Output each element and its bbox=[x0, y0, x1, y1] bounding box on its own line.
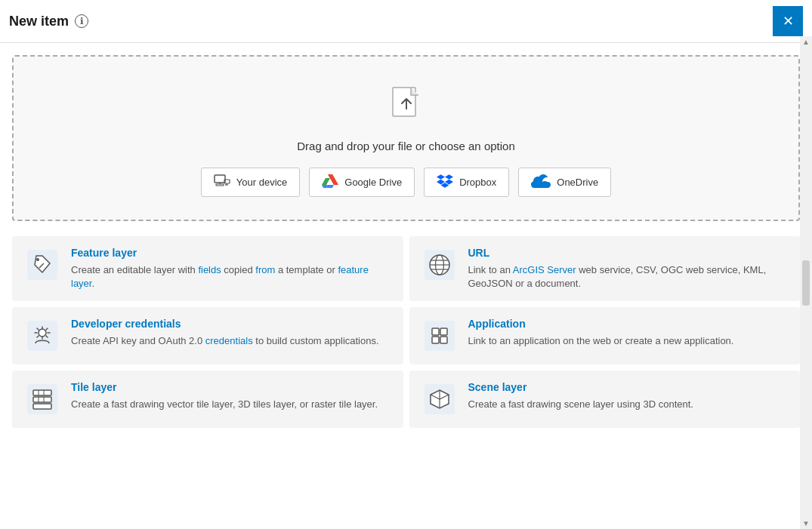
feature-layer-card[interactable]: Feature layer Create an editable layer w… bbox=[12, 236, 403, 301]
developer-credentials-desc: Create API key and OAuth 2.0 credentials… bbox=[71, 334, 391, 348]
upload-icon-wrap bbox=[385, 83, 428, 128]
application-card[interactable]: Application Link to an application on th… bbox=[409, 307, 801, 364]
tile-layer-desc: Create a fast drawing vector tile layer,… bbox=[71, 398, 391, 411]
google-drive-icon bbox=[322, 174, 338, 191]
tile-layer-content: Tile layer Create a fast drawing vector … bbox=[71, 381, 391, 411]
feature-layer-desc: Create an editable layer with fields cop… bbox=[71, 263, 391, 291]
svg-rect-3 bbox=[216, 184, 224, 186]
svg-rect-36 bbox=[33, 404, 51, 409]
svg-rect-2 bbox=[215, 175, 225, 183]
drop-zone[interactable]: Drag and drop your file or choose an opt… bbox=[12, 55, 800, 221]
items-grid: Feature layer Create an editable layer w… bbox=[12, 236, 800, 428]
svg-rect-31 bbox=[432, 337, 439, 343]
drop-text: Drag and drop your file or choose an opt… bbox=[297, 140, 515, 152]
source-buttons: Your device Google Drive bbox=[201, 168, 611, 197]
scroll-down-arrow[interactable]: ▼ bbox=[802, 519, 810, 527]
scene-layer-icon-wrap bbox=[421, 381, 458, 417]
tile-layer-icon bbox=[26, 383, 59, 416]
svg-marker-12 bbox=[328, 174, 338, 185]
url-card[interactable]: URL Link to an ArcGIS Server web service… bbox=[409, 236, 801, 301]
dialog-header: New item ℹ ✕ bbox=[0, 0, 812, 43]
url-content: URL Link to an ArcGIS Server web service… bbox=[468, 247, 789, 291]
onedrive-button[interactable]: OneDrive bbox=[518, 168, 611, 197]
svg-marker-9 bbox=[322, 178, 330, 185]
close-button[interactable]: ✕ bbox=[773, 6, 803, 36]
device-icon bbox=[214, 174, 230, 190]
scene-layer-desc: Create a fast drawing scene layer using … bbox=[468, 398, 789, 411]
scroll-up-arrow[interactable]: ▲ bbox=[802, 38, 810, 46]
url-icon-wrap bbox=[421, 247, 458, 283]
developer-credentials-icon bbox=[26, 319, 59, 352]
svg-point-19 bbox=[36, 258, 39, 261]
title-area: New item ℹ bbox=[9, 14, 88, 29]
developer-credentials-icon-wrap bbox=[24, 318, 60, 354]
google-drive-button[interactable]: Google Drive bbox=[309, 168, 415, 197]
svg-marker-13 bbox=[437, 174, 445, 180]
application-icon bbox=[423, 319, 456, 352]
feature-layer-icon bbox=[26, 248, 59, 281]
developer-credentials-card[interactable]: Developer credentials Create API key and… bbox=[12, 307, 403, 364]
dropbox-label: Dropbox bbox=[459, 177, 496, 188]
tile-layer-icon-wrap bbox=[24, 381, 60, 417]
scrollbar[interactable]: ▲ ▼ bbox=[800, 36, 812, 529]
google-drive-label: Google Drive bbox=[344, 177, 402, 188]
svg-rect-29 bbox=[432, 328, 439, 335]
dialog-body: Drag and drop your file or choose an opt… bbox=[0, 43, 812, 529]
scene-layer-content: Scene layer Create a fast drawing scene … bbox=[468, 381, 789, 411]
tile-layer-title: Tile layer bbox=[71, 381, 391, 393]
scene-layer-title: Scene layer bbox=[468, 381, 789, 393]
feature-layer-content: Feature layer Create an editable layer w… bbox=[71, 247, 391, 291]
url-icon bbox=[423, 248, 456, 281]
developer-credentials-content: Developer credentials Create API key and… bbox=[71, 318, 391, 348]
svg-rect-32 bbox=[440, 337, 447, 343]
onedrive-label: OneDrive bbox=[557, 177, 598, 188]
feature-layer-title: Feature layer bbox=[71, 247, 391, 259]
info-icon[interactable]: ℹ bbox=[75, 14, 88, 28]
scroll-thumb[interactable] bbox=[802, 260, 810, 306]
svg-rect-34 bbox=[33, 390, 51, 395]
application-title: Application bbox=[468, 318, 789, 330]
svg-marker-14 bbox=[445, 174, 453, 180]
tile-layer-card[interactable]: Tile layer Create a fast drawing vector … bbox=[12, 371, 403, 428]
upload-file-icon bbox=[385, 83, 428, 125]
dialog-title: New item bbox=[9, 14, 69, 29]
svg-rect-30 bbox=[440, 328, 447, 335]
url-title: URL bbox=[468, 247, 789, 259]
new-item-dialog: New item ℹ ✕ Drag and drop your file or … bbox=[0, 0, 812, 529]
svg-rect-35 bbox=[33, 397, 51, 402]
application-icon-wrap bbox=[421, 318, 458, 354]
svg-rect-28 bbox=[425, 321, 455, 351]
developer-credentials-title: Developer credentials bbox=[71, 318, 391, 330]
url-desc: Link to an ArcGIS Server web service, CS… bbox=[468, 263, 789, 291]
your-device-label: Your device bbox=[236, 177, 287, 188]
scene-layer-icon bbox=[423, 383, 456, 416]
application-content: Application Link to an application on th… bbox=[468, 318, 789, 348]
dropbox-icon bbox=[437, 174, 453, 191]
dropbox-button[interactable]: Dropbox bbox=[424, 168, 509, 197]
your-device-button[interactable]: Your device bbox=[201, 168, 300, 197]
svg-point-27 bbox=[39, 329, 46, 337]
scene-layer-card[interactable]: Scene layer Create a fast drawing scene … bbox=[409, 371, 801, 428]
application-desc: Link to an application on the web or cre… bbox=[468, 334, 789, 348]
onedrive-icon bbox=[531, 174, 551, 190]
feature-layer-icon-wrap bbox=[24, 247, 60, 283]
